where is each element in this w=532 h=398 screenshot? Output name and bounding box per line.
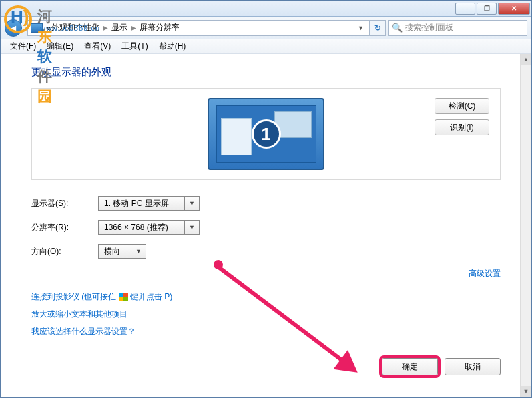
menu-view[interactable]: 查看(V) [79,39,116,53]
scroll-up-icon[interactable]: ▲ [521,54,531,65]
menu-tools[interactable]: 工具(T) [116,39,153,53]
orientation-row: 方向(O): 横向 ▼ [31,244,501,259]
breadcrumb-level2[interactable]: 显示 [111,22,127,33]
projector-text-pre: 连接到投影仪 (也可按住 [31,292,119,301]
watermark: H) 河东软件园 www.pc0359.cn [4,5,32,33]
cancel-button[interactable]: 取消 [445,358,501,375]
menubar: 文件(F) 编辑(E) 查看(V) 工具(T) 帮助(H) [1,39,531,54]
chevron-down-icon[interactable]: ▼ [185,220,200,235]
search-input[interactable]: 🔍 搜索控制面板 [388,20,527,36]
preview-buttons: 检测(C) 识别(I) [435,98,489,135]
form-area: 显示器(S): 1. 移动 PC 显示屏 ▼ 分辨率(R): 1366 × 76… [31,196,501,259]
which-display-link[interactable]: 我应该选择什么显示器设置？ [31,327,136,336]
resolution-combo[interactable]: 1366 × 768 (推荐) ▼ [98,220,200,235]
divider [31,347,501,347]
chevron-right-icon[interactable]: ▶ [131,24,136,31]
resolution-row: 分辨率(R): 1366 × 768 (推荐) ▼ [31,220,501,235]
monitor-number-badge: 1 [252,119,281,149]
preview-window-icon [221,118,252,155]
scroll-down-icon[interactable]: ▼ [521,386,531,397]
orientation-combo[interactable]: 横向 ▼ [98,244,146,259]
display-preview-panel: 1 检测(C) 识别(I) [31,88,501,180]
scale-text-row: 放大或缩小文本和其他项目 [31,309,501,320]
display-row: 显示器(S): 1. 移动 PC 显示屏 ▼ [31,196,501,211]
search-icon: 🔍 [392,23,403,33]
monitor-screen-icon: 1 [216,105,316,163]
projector-link[interactable]: 连接到投影仪 (也可按住 键并点击 P) [31,292,172,301]
windows-logo-icon [119,293,128,301]
detect-button[interactable]: 检测(C) [435,98,489,114]
monitor-preview[interactable]: 1 [208,98,324,170]
ok-button[interactable]: 确定 [382,358,438,375]
projector-text-post: 键并点击 P) [128,292,173,301]
preview-center: 1 [97,98,435,170]
display-label: 显示器(S): [31,198,98,209]
orientation-label: 方向(O): [31,246,98,257]
chevron-down-icon[interactable]: ▼ [131,244,146,259]
advanced-row: 高级设置 [31,268,501,279]
page-title: 更改显示器的外观 [31,66,501,79]
address-dropdown[interactable]: ▼ [355,25,366,31]
menu-file[interactable]: 文件(F) [5,39,41,53]
scrollbar[interactable]: ▲ ▼ [520,54,531,397]
orientation-value: 横向 [98,244,131,259]
which-display-row: 我应该选择什么显示器设置？ [31,326,501,337]
watermark-text: 河东软件园 [37,7,53,107]
scale-text-link[interactable]: 放大或缩小文本和其他项目 [31,309,127,319]
chevron-down-icon[interactable]: ▼ [185,196,200,211]
close-button[interactable]: ✕ [498,3,530,15]
projector-row: 连接到投影仪 (也可按住 键并点击 P) [31,291,501,303]
watermark-logo-icon: H) [4,5,32,33]
breadcrumb-level3[interactable]: 屏幕分辨率 [140,22,180,33]
advanced-settings-link[interactable]: 高级设置 [469,269,501,278]
display-value: 1. 移动 PC 显示屏 [98,196,185,211]
watermark-url: www.pc0359.cn [40,24,100,32]
control-panel-window: — ❐ ✕ ◄ « 外观和个性化 ▶ 显示 ▶ 屏幕分辨率 ▼ ↻ 🔍 搜索控制… [0,0,532,398]
maximize-button[interactable]: ❐ [477,3,497,15]
resolution-label: 分辨率(R): [31,222,98,233]
menu-help[interactable]: 帮助(H) [154,39,192,53]
refresh-button[interactable]: ↻ [370,20,386,36]
minimize-button[interactable]: — [455,3,475,15]
resolution-value: 1366 × 768 (推荐) [98,220,185,235]
titlebar: — ❐ ✕ [1,1,531,17]
chevron-right-icon[interactable]: ▶ [103,24,108,31]
content-area: 更改显示器的外观 1 检测(C) 识别(I) 显示器(S): [1,54,531,397]
identify-button[interactable]: 识别(I) [435,119,489,135]
search-placeholder: 搜索控制面板 [405,22,453,33]
dialog-buttons: 确定 取消 [31,354,501,375]
display-combo[interactable]: 1. 移动 PC 显示屏 ▼ [98,196,200,211]
